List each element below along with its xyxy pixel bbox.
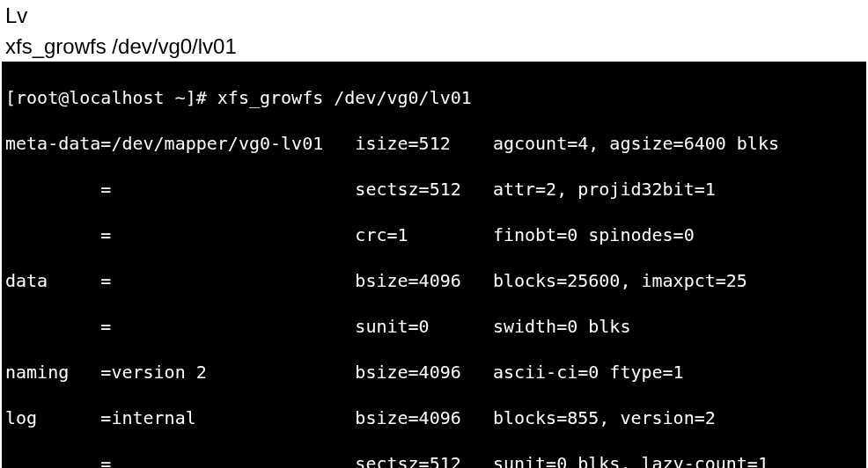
terminal-line: = sectsz=512 attr=2, projid32bit=1 xyxy=(5,178,863,201)
terminal-line: data = bsize=4096 blocks=25600, imaxpct=… xyxy=(5,269,863,292)
terminal-line: [root@localhost ~]# xfs_growfs /dev/vg0/… xyxy=(5,86,863,109)
terminal-line: = crc=1 finobt=0 spinodes=0 xyxy=(5,223,863,246)
heading-cmd1: xfs_growfs /dev/vg0/lv01 xyxy=(0,31,868,62)
terminal-line: = sunit=0 swidth=0 blks xyxy=(5,315,863,338)
terminal-line: = sectsz=512 sunit=0 blks, lazy-count=1 xyxy=(5,452,863,468)
terminal-block-1: [root@localhost ~]# xfs_growfs /dev/vg0/… xyxy=(2,62,866,468)
terminal-line: meta-data=/dev/mapper/vg0-lv01 isize=512… xyxy=(5,132,863,155)
terminal-line: naming =version 2 bsize=4096 ascii-ci=0 … xyxy=(5,361,863,384)
heading-lv: Lv xyxy=(0,0,868,31)
terminal-line: log =internal bsize=4096 blocks=855, ver… xyxy=(5,406,863,429)
